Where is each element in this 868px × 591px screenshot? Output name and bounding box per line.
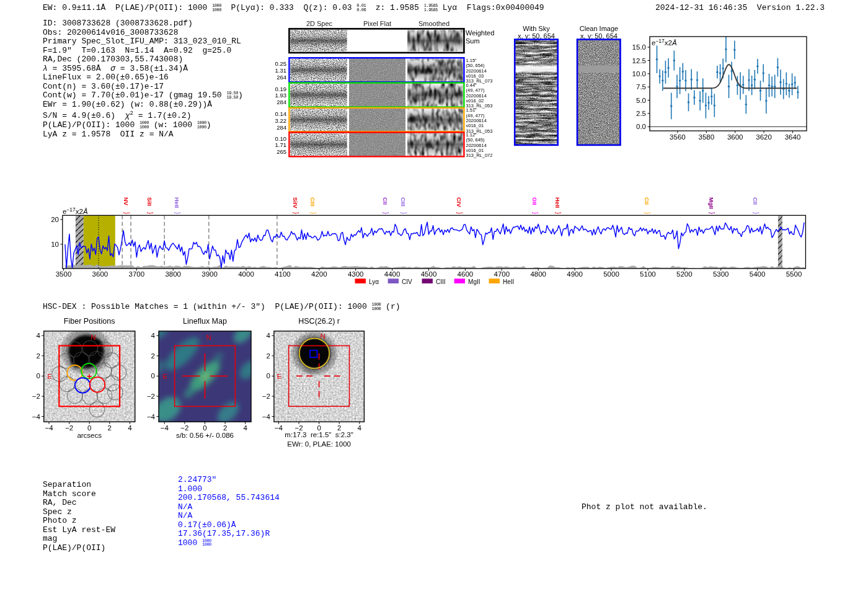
svg-text:0: 0 <box>203 424 206 432</box>
svg-text:10: 10 <box>51 241 59 248</box>
svg-text:HeII: HeII <box>503 278 514 285</box>
svg-text:15.0: 15.0 <box>632 43 646 51</box>
svg-text:{: { <box>123 211 130 214</box>
svg-text:4: 4 <box>151 332 156 339</box>
svg-text:CII: CII <box>752 197 759 205</box>
svg-text:2: 2 <box>151 352 155 360</box>
svg-text:arcsecs: arcsecs <box>77 432 102 439</box>
svg-text:{: { <box>400 211 407 214</box>
svg-text:0.14: 0.14 <box>275 110 287 117</box>
svg-text:−2: −2 <box>294 424 303 432</box>
svg-text:CIV: CIV <box>456 197 463 208</box>
svg-text:3580: 3580 <box>699 133 715 141</box>
svg-text:0.25: 0.25 <box>275 60 287 67</box>
svg-text:3620: 3620 <box>756 133 772 141</box>
svg-text:3700: 3700 <box>129 270 145 278</box>
svg-text:x, y: 50, 654: x, y: 50, 654 <box>518 32 555 40</box>
svg-text:0: 0 <box>151 372 155 380</box>
svg-text:−2: −2 <box>262 393 270 400</box>
svg-text:0: 0 <box>36 372 40 380</box>
svg-text:{: { <box>292 211 299 214</box>
svg-text:4300: 4300 <box>348 270 364 278</box>
svg-text:HSC(26.2) r: HSC(26.2) r <box>298 317 340 326</box>
svg-text:5300: 5300 <box>713 270 729 278</box>
svg-text:0.19: 0.19 <box>275 86 287 92</box>
svg-text:5500: 5500 <box>786 270 802 278</box>
svg-text:Lineflux Map: Lineflux Map <box>183 317 227 326</box>
svg-text:CII: CII <box>644 197 650 205</box>
svg-text:s/b: 0.56 +/- 0.086: s/b: 0.56 +/- 0.086 <box>176 432 234 439</box>
svg-text:7.5: 7.5 <box>636 83 646 91</box>
svg-text:N: N <box>91 334 95 341</box>
svg-text:Clean Image: Clean Image <box>580 25 618 32</box>
svg-text:4900: 4900 <box>567 270 583 278</box>
svg-text:CIV: CIV <box>402 278 412 285</box>
svg-text:1.31: 1.31 <box>275 67 287 74</box>
svg-text:3600: 3600 <box>727 133 743 141</box>
svg-text:5100: 5100 <box>640 270 656 278</box>
svg-text:3800: 3800 <box>165 270 181 278</box>
svg-text:4200: 4200 <box>311 270 327 278</box>
svg-text:3640: 3640 <box>785 133 801 141</box>
svg-text:3500: 3500 <box>56 270 72 278</box>
svg-text:4700: 4700 <box>494 270 510 278</box>
svg-text:{: { <box>382 211 389 214</box>
svg-text:{: { <box>531 211 538 214</box>
svg-text:−2: −2 <box>180 424 188 432</box>
svg-text:2.5: 2.5 <box>636 110 646 117</box>
svg-text:3900: 3900 <box>202 270 218 278</box>
svg-text:4400: 4400 <box>384 270 401 278</box>
svg-text:NV: NV <box>123 197 130 206</box>
svg-text:{: { <box>309 211 316 214</box>
svg-text:With Sky: With Sky <box>523 25 550 32</box>
svg-text:HeII: HeII <box>174 197 180 208</box>
svg-text:4500: 4500 <box>421 270 437 278</box>
svg-text:CII: CII <box>382 197 389 205</box>
svg-text:x, y: 50, 654: x, y: 50, 654 <box>580 32 618 40</box>
svg-text:−4: −4 <box>45 424 53 432</box>
svg-text:SiIV: SiIV <box>292 197 299 209</box>
svg-text:CIII: CIII <box>309 197 316 207</box>
svg-text:{: { <box>456 211 463 214</box>
svg-text:Weighted: Weighted <box>466 29 494 37</box>
svg-text:MgII: MgII <box>708 197 715 209</box>
svg-text:4: 4 <box>128 424 132 432</box>
svg-text:−4: −4 <box>262 413 271 420</box>
svg-text:HeII: HeII <box>554 197 561 208</box>
svg-text:2: 2 <box>337 424 341 432</box>
svg-text:5400: 5400 <box>750 270 766 278</box>
svg-text:4: 4 <box>358 424 362 432</box>
svg-text:2: 2 <box>36 352 40 360</box>
svg-text:0: 0 <box>317 424 321 432</box>
svg-text:1.93: 1.93 <box>275 92 287 99</box>
svg-text:−2: −2 <box>147 393 155 400</box>
svg-text:−2: −2 <box>65 424 73 432</box>
svg-text:m:17.3 re:1.5" s:2.3": m:17.3 re:1.5" s:2.3" <box>285 431 353 438</box>
svg-text:3560: 3560 <box>670 133 686 141</box>
svg-text:{: { <box>554 211 561 214</box>
svg-text:2: 2 <box>108 424 112 432</box>
svg-text:265: 265 <box>277 148 286 155</box>
svg-text:10.0: 10.0 <box>632 70 646 78</box>
svg-text:{: { <box>146 211 153 214</box>
svg-text:0.10: 0.10 <box>275 135 287 142</box>
svg-text:2D Spec: 2D Spec <box>306 20 333 27</box>
svg-text:{: { <box>174 211 180 214</box>
svg-text:1.71: 1.71 <box>275 141 287 148</box>
svg-text:+: + <box>87 371 92 381</box>
svg-text:4000: 4000 <box>238 270 254 278</box>
svg-text:e−17x2Å: e−17x2Å <box>63 207 88 215</box>
svg-text:−4: −4 <box>161 424 169 432</box>
svg-text:OII: OII <box>531 197 538 205</box>
svg-text:N: N <box>206 334 211 341</box>
svg-text:5000: 5000 <box>603 270 619 278</box>
svg-text:5200: 5200 <box>676 270 693 278</box>
svg-text:E: E <box>163 373 168 380</box>
svg-text:Fiber Positions: Fiber Positions <box>64 317 115 326</box>
svg-text:N: N <box>321 332 326 340</box>
svg-text:4: 4 <box>36 332 40 339</box>
svg-text:SiII: SiII <box>146 197 153 206</box>
svg-text:284: 284 <box>277 99 286 105</box>
svg-text:20: 20 <box>51 216 59 223</box>
svg-text:4600: 4600 <box>458 270 474 278</box>
